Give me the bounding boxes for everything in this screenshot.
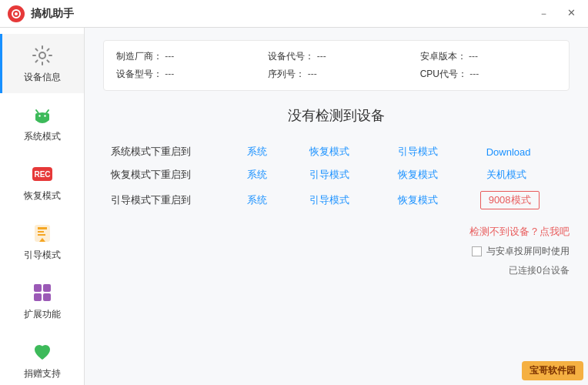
reboot-table: 系统模式下重启到 系统 恢复模式 引导模式 Download [103, 140, 570, 214]
device-code-value: --- [317, 51, 326, 62]
sidebar-item-donate[interactable]: 捐赠支持 [0, 330, 84, 385]
sidebar-item-boot-mode[interactable]: 引导模式 [0, 212, 84, 271]
system-mode-btn-r2[interactable]: 系统 [241, 167, 273, 182]
mirror-row: 与安卓投屏同时使用 [472, 245, 570, 258]
bottom-area: 检测不到设备？点我吧 与安卓投屏同时使用 已连接0台设备 [103, 225, 570, 277]
sidebar-item-recovery-mode[interactable]: REC 恢复模式 [0, 152, 84, 212]
9008-mode-btn-r3[interactable]: 9008模式 [480, 191, 540, 209]
row1-btn1: 系统 [233, 140, 296, 163]
device-code-info: 设备代号： --- [268, 50, 404, 63]
svg-rect-13 [34, 284, 42, 292]
row3-label: 引导模式下重启到 [103, 186, 233, 214]
cpu-info: CPU代号： --- [420, 68, 556, 81]
titlebar-left: 搞机助手 [8, 5, 74, 22]
sidebar-label-donate: 捐赠支持 [24, 367, 61, 380]
no-device-title: 没有检测到设备 [103, 106, 570, 125]
sidebar: 设备信息 系统模式 REC [0, 28, 85, 385]
titlebar: 搞机助手 － ✕ [0, 0, 588, 28]
row1-btn2: 恢复模式 [296, 140, 384, 163]
row1-label: 系统模式下重启到 [103, 140, 233, 163]
table-row: 引导模式下重启到 系统 引导模式 恢复模式 9008模式 [103, 186, 570, 214]
row2-btn3: 恢复模式 [384, 163, 473, 186]
boot-mode-btn-r1[interactable]: 引导模式 [392, 144, 444, 159]
sidebar-item-device-info[interactable]: 设备信息 [0, 34, 84, 93]
device-info-grid: 制造厂商： --- 设备代号： --- 安卓版本： --- 设备型号： --- … [103, 40, 570, 91]
row3-btn3: 恢复模式 [384, 186, 473, 214]
row3-btn2: 引导模式 [296, 186, 384, 214]
table-row: 恢复模式下重启到 系统 引导模式 恢复模式 关机模式 [103, 163, 570, 186]
row2-btn4: 关机模式 [473, 163, 570, 186]
android-value: --- [469, 51, 478, 62]
row1-btn4: Download [473, 140, 570, 163]
boot-mode-btn-r2[interactable]: 引导模式 [303, 167, 356, 182]
sidebar-label-system-mode: 系统模式 [24, 130, 61, 143]
android-version-info: 安卓版本： --- [420, 50, 556, 63]
svg-line-6 [36, 110, 38, 113]
cpu-label: CPU代号： [420, 69, 467, 79]
manufacturer-info: 制造厂商： --- [116, 50, 252, 63]
android-label: 安卓版本： [420, 51, 466, 62]
cpu-value: --- [469, 69, 479, 79]
svg-rect-5 [35, 113, 49, 121]
manufacturer-value: --- [165, 51, 174, 62]
app-logo-icon [8, 5, 25, 22]
device-model-info: 设备型号： --- [116, 68, 252, 81]
serial-info: 序列号： --- [268, 68, 404, 81]
row3-btn4: 9008模式 [473, 186, 570, 214]
connected-count: 已连接0台设备 [509, 264, 570, 277]
watermark-badge: 宝哥软件园 [522, 361, 583, 380]
svg-rect-16 [43, 293, 51, 301]
titlebar-controls: － ✕ [534, 5, 580, 22]
system-mode-btn-r3[interactable]: 系统 [241, 192, 273, 207]
row2-btn1: 系统 [233, 163, 296, 186]
detect-link[interactable]: 检测不到设备？点我吧 [469, 225, 570, 239]
boot-icon [30, 221, 55, 246]
serial-value: --- [308, 69, 317, 79]
close-button[interactable]: ✕ [563, 5, 580, 22]
gear-icon [30, 43, 55, 68]
device-model-value: --- [165, 69, 174, 79]
sidebar-label-recovery-mode: 恢复模式 [24, 189, 61, 203]
svg-text:REC: REC [34, 170, 50, 179]
minimize-button[interactable]: － [534, 5, 553, 22]
download-mode-btn-r1[interactable]: Download [480, 145, 537, 159]
recovery-mode-btn-r1[interactable]: 恢复模式 [303, 144, 356, 159]
rec-icon: REC [30, 162, 55, 186]
svg-point-3 [39, 52, 45, 59]
recovery-mode-btn-r3[interactable]: 恢复模式 [392, 192, 444, 207]
sidebar-item-expand[interactable]: 扩展功能 [0, 271, 84, 330]
svg-point-9 [44, 115, 45, 116]
manufacturer-label: 制造厂商： [116, 51, 162, 62]
row3-btn1: 系统 [233, 186, 296, 214]
shutdown-mode-btn-r2[interactable]: 关机模式 [480, 167, 533, 182]
recovery-mode-btn-r2[interactable]: 恢复模式 [392, 167, 444, 182]
table-row: 系统模式下重启到 系统 恢复模式 引导模式 Download [103, 140, 570, 163]
android-icon [30, 102, 55, 127]
svg-point-2 [15, 12, 18, 15]
device-code-label: 设备代号： [268, 51, 314, 62]
expand-icon [30, 280, 55, 305]
boot-mode-btn-r3[interactable]: 引导模式 [303, 192, 356, 207]
sidebar-label-device-info: 设备信息 [24, 71, 61, 84]
active-bar [0, 34, 2, 93]
sidebar-label-boot-mode: 引导模式 [24, 249, 61, 262]
sidebar-label-expand: 扩展功能 [24, 308, 61, 321]
svg-rect-14 [43, 284, 51, 292]
mirror-label: 与安卓投屏同时使用 [486, 245, 570, 258]
row2-label: 恢复模式下重启到 [103, 163, 233, 186]
donate-icon [30, 340, 55, 364]
svg-line-7 [46, 110, 48, 113]
main-layout: 设备信息 系统模式 REC [0, 28, 588, 385]
row2-btn2: 引导模式 [296, 163, 384, 186]
serial-label: 序列号： [268, 69, 305, 79]
svg-point-8 [38, 115, 40, 116]
system-mode-btn-r1[interactable]: 系统 [241, 144, 273, 159]
row1-btn3: 引导模式 [384, 140, 473, 163]
svg-rect-15 [34, 293, 42, 301]
device-model-label: 设备型号： [116, 69, 162, 79]
content-area: 制造厂商： --- 设备代号： --- 安卓版本： --- 设备型号： --- … [85, 28, 588, 385]
mirror-checkbox[interactable] [472, 246, 482, 256]
app-title: 搞机助手 [31, 7, 74, 21]
sidebar-item-system-mode[interactable]: 系统模式 [0, 93, 84, 152]
